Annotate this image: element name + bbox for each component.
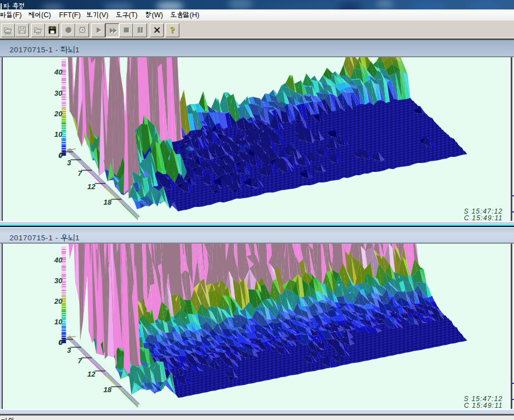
svg-text:7: 7 xyxy=(78,169,82,177)
svg-text:3: 3 xyxy=(67,159,71,167)
svg-text:7: 7 xyxy=(78,357,82,365)
svg-text:40: 40 xyxy=(54,256,63,264)
svg-text:18: 18 xyxy=(104,198,112,206)
svg-text:20: 20 xyxy=(54,110,63,118)
svg-text:12: 12 xyxy=(87,370,96,378)
svg-text:C 15:49:11: C 15:49:11 xyxy=(464,402,503,409)
svg-text:20: 20 xyxy=(54,297,63,305)
svg-text:10: 10 xyxy=(55,318,63,326)
svg-text:3: 3 xyxy=(67,346,71,354)
svg-text:30: 30 xyxy=(55,89,63,97)
svg-text:40: 40 xyxy=(54,68,63,76)
svg-text:TXT: TXT xyxy=(36,32,41,35)
svg-text:18: 18 xyxy=(104,386,112,394)
svg-text:30: 30 xyxy=(55,276,63,285)
svg-text:?: ? xyxy=(170,26,175,34)
svg-text:0: 0 xyxy=(59,151,63,159)
svg-text:12: 12 xyxy=(87,182,96,191)
svg-text:10: 10 xyxy=(55,130,63,139)
svg-text:0: 0 xyxy=(59,338,63,347)
svg-text:BWD: BWD xyxy=(5,32,12,35)
